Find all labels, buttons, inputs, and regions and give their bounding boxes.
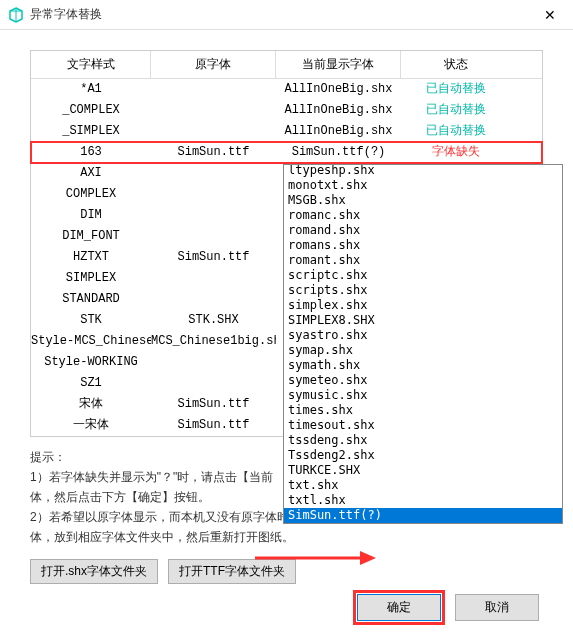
cell-orig: SimSun.ttf <box>151 394 276 415</box>
cell-style: 一宋体 <box>31 415 151 436</box>
cell-style: _COMPLEX <box>31 100 151 121</box>
cell-style: AXI <box>31 163 151 184</box>
dropdown-item[interactable]: scripts.shx <box>284 283 562 298</box>
dropdown-item[interactable]: TURKCE.SHX <box>284 463 562 478</box>
cell-style: STANDARD <box>31 289 151 310</box>
table-row[interactable]: _COMPLEXAllInOneBig.shx已自动替换 <box>31 100 542 121</box>
cell-orig <box>151 373 276 394</box>
table-row[interactable]: 163SimSun.ttfSimSun.ttf(?)字体缺失 <box>31 142 542 163</box>
cell-orig <box>151 268 276 289</box>
dropdown-item[interactable]: romanc.shx <box>284 208 562 223</box>
cell-curr[interactable]: AllInOneBig.shx <box>276 100 401 121</box>
cell-curr[interactable]: AllInOneBig.shx <box>276 121 401 142</box>
dropdown-item[interactable]: simplex.shx <box>284 298 562 313</box>
dropdown-item[interactable]: MSGB.shx <box>284 193 562 208</box>
cell-style: _SIMPLEX <box>31 121 151 142</box>
cell-curr[interactable]: AllInOneBig.shx <box>276 79 401 100</box>
ok-button[interactable]: 确定 <box>357 594 441 621</box>
cell-style: SIMPLEX <box>31 268 151 289</box>
dropdown-item[interactable]: romand.shx <box>284 223 562 238</box>
cell-orig <box>151 121 276 142</box>
cell-orig: SimSun.ttf <box>151 247 276 268</box>
cell-orig <box>151 163 276 184</box>
dropdown-item[interactable]: timesout.shx <box>284 418 562 433</box>
cell-orig <box>151 352 276 373</box>
dropdown-item[interactable]: symusic.shx <box>284 388 562 403</box>
dropdown-item[interactable]: txtl.shx <box>284 493 562 508</box>
cell-style: Style-MCS_Chinese1 <box>31 331 151 352</box>
dropdown-item[interactable]: scriptc.shx <box>284 268 562 283</box>
cell-status[interactable]: 字体缺失 <box>401 142 511 163</box>
open-shx-folder-button[interactable]: 打开.shx字体文件夹 <box>30 559 158 584</box>
cell-orig: SimSun.ttf <box>151 142 276 163</box>
cancel-button[interactable]: 取消 <box>455 594 539 621</box>
cell-orig: MCS_Chinese1big.shx <box>151 331 276 352</box>
cell-orig <box>151 205 276 226</box>
app-icon <box>8 7 24 23</box>
cell-status[interactable]: 已自动替换 <box>401 121 511 142</box>
dropdown-item[interactable]: txt.shx <box>284 478 562 493</box>
dropdown-item[interactable]: symeteo.shx <box>284 373 562 388</box>
dropdown-item[interactable]: romant.shx <box>284 253 562 268</box>
dropdown-item[interactable]: symap.shx <box>284 343 562 358</box>
cell-orig: STK.SHX <box>151 310 276 331</box>
dropdown-item[interactable]: romans.shx <box>284 238 562 253</box>
cell-style: *A1 <box>31 79 151 100</box>
cell-style: STK <box>31 310 151 331</box>
arrow-annotation <box>250 543 380 579</box>
cell-orig <box>151 226 276 247</box>
cell-style: 宋体 <box>31 394 151 415</box>
cell-style: COMPLEX <box>31 184 151 205</box>
window-title: 异常字体替换 <box>30 6 535 23</box>
dropdown-item[interactable]: monotxt.shx <box>284 178 562 193</box>
cell-orig <box>151 289 276 310</box>
col-header-style: 文字样式 <box>31 51 151 78</box>
svg-marker-1 <box>360 551 376 565</box>
close-button[interactable]: ✕ <box>535 0 565 30</box>
table-row[interactable]: *A1AllInOneBig.shx已自动替换 <box>31 79 542 100</box>
cell-style: SZ1 <box>31 373 151 394</box>
cell-status[interactable]: 已自动替换 <box>401 100 511 121</box>
cell-style: DIM_FONT <box>31 226 151 247</box>
cell-status[interactable]: 已自动替换 <box>401 79 511 100</box>
dropdown-item[interactable]: Tssdeng2.shx <box>284 448 562 463</box>
dropdown-item[interactable]: tssdeng.shx <box>284 433 562 448</box>
table-row[interactable]: _SIMPLEXAllInOneBig.shx已自动替换 <box>31 121 542 142</box>
cell-curr[interactable]: SimSun.ttf(?) <box>276 142 401 163</box>
cell-style: Style-WORKING <box>31 352 151 373</box>
cell-orig <box>151 184 276 205</box>
font-table: 文字样式 原字体 当前显示字体 状态 *A1AllInOneBig.shx已自动… <box>30 50 543 437</box>
col-header-status: 状态 <box>401 51 511 78</box>
cell-orig <box>151 100 276 121</box>
cell-style: HZTXT <box>31 247 151 268</box>
font-dropdown-list[interactable]: isoct.shxisoct2.shxisoct3.shxitalic.shxi… <box>283 164 563 524</box>
dropdown-item[interactable]: syastro.shx <box>284 328 562 343</box>
dropdown-item[interactable]: symath.shx <box>284 358 562 373</box>
dropdown-item[interactable]: times.shx <box>284 403 562 418</box>
cell-style: 163 <box>31 142 151 163</box>
cell-style: DIM <box>31 205 151 226</box>
col-header-orig: 原字体 <box>151 51 276 78</box>
cell-orig: SimSun.ttf <box>151 415 276 436</box>
dropdown-item[interactable]: ltypeshp.shx <box>284 164 562 178</box>
cell-orig <box>151 79 276 100</box>
col-header-curr: 当前显示字体 <box>276 51 401 78</box>
dropdown-item[interactable]: SIMPLEX8.SHX <box>284 313 562 328</box>
dropdown-item[interactable]: SimSun.ttf(?) <box>284 508 562 523</box>
